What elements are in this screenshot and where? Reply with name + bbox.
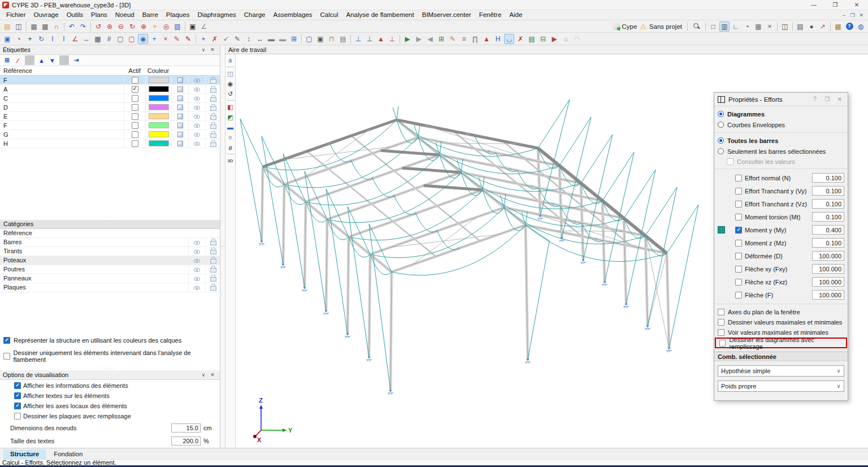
numeric-input[interactable]: 200.0 bbox=[171, 436, 201, 446]
protractor-icon[interactable]: ◔ bbox=[742, 21, 752, 32]
workspace-tool-icon[interactable] bbox=[227, 67, 235, 67]
mdi-restore-button[interactable]: ❒ bbox=[850, 12, 854, 18]
support-raise-icon[interactable]: ▲ bbox=[376, 34, 386, 44]
effort-scale-input[interactable]: 0.400 bbox=[812, 225, 844, 235]
active-checkbox[interactable] bbox=[132, 113, 138, 120]
rotate-3d-icon[interactable]: 3D bbox=[226, 156, 235, 165]
lock-icon[interactable] bbox=[210, 95, 216, 102]
label-tool-icon[interactable] bbox=[59, 55, 69, 65]
toolbar-icon[interactable] bbox=[400, 34, 400, 44]
diagram-mode-radio-row[interactable]: Courbes Enveloppes bbox=[718, 119, 844, 130]
rotate-structure-icon[interactable]: ↻ bbox=[36, 34, 46, 44]
effort-checkbox[interactable] bbox=[735, 188, 742, 194]
lock-icon[interactable] bbox=[210, 275, 216, 282]
visibility-eye-icon[interactable] bbox=[193, 239, 201, 245]
new-bar-icon[interactable]: ＋ bbox=[198, 34, 209, 44]
close-panel-icon[interactable]: ✕ bbox=[208, 372, 217, 378]
help-dialog-icon[interactable]: ? bbox=[810, 96, 819, 102]
color-swatch[interactable] bbox=[149, 122, 169, 128]
menu-item[interactable]: Noeud bbox=[111, 10, 138, 20]
menu-item[interactable]: Aide bbox=[505, 10, 526, 20]
workspace-tool-icon[interactable] bbox=[227, 154, 235, 154]
effort-checkbox[interactable] bbox=[735, 201, 742, 207]
active-checkbox[interactable] bbox=[132, 140, 138, 147]
mdi-close-button[interactable]: ✕ bbox=[859, 12, 863, 18]
orbit-sphere-icon[interactable]: ◔ bbox=[14, 34, 24, 44]
edit-node-icon[interactable]: ✎ bbox=[172, 34, 182, 44]
category-row[interactable]: Poteaux bbox=[0, 256, 220, 265]
section-ibeam-x-icon[interactable]: I bbox=[47, 34, 58, 44]
support-new-icon[interactable]: ⊥ bbox=[353, 34, 363, 44]
cube-3d-icon[interactable] bbox=[177, 105, 183, 110]
effort-checkbox[interactable] bbox=[735, 292, 742, 299]
frame-view-icon[interactable]: ⌂ bbox=[561, 34, 571, 44]
display-option-checkbox[interactable] bbox=[718, 309, 724, 315]
h-section-icon[interactable]: H bbox=[493, 34, 503, 44]
visibility-eye-icon[interactable] bbox=[193, 131, 201, 137]
active-checkbox[interactable] bbox=[132, 77, 138, 84]
close-button[interactable]: ✕ bbox=[853, 2, 860, 8]
view-orbit-icon[interactable]: ◉ bbox=[226, 79, 235, 88]
hide-elements-icon[interactable]: ø bbox=[226, 143, 235, 152]
lock-icon[interactable] bbox=[210, 104, 216, 111]
color-swatch[interactable] bbox=[149, 86, 169, 92]
close-panel-icon[interactable]: ✕ bbox=[208, 47, 217, 53]
view-option-checkbox[interactable] bbox=[14, 392, 21, 399]
visibility-eye-icon[interactable] bbox=[193, 95, 201, 101]
effort-scale-input[interactable]: 100.000 bbox=[812, 277, 844, 287]
bar-activate-icon[interactable]: ▶ bbox=[402, 34, 413, 44]
lock-icon[interactable] bbox=[210, 284, 216, 291]
arc-disabled-icon[interactable]: ◠ bbox=[572, 34, 582, 44]
menu-item[interactable]: Plaques bbox=[162, 10, 194, 20]
save-icon[interactable]: ◫ bbox=[14, 21, 24, 32]
plate-new-icon[interactable]: ▢ bbox=[304, 34, 314, 44]
check-bar-icon[interactable]: ✓ bbox=[221, 34, 231, 44]
color-swatch[interactable] bbox=[149, 95, 169, 101]
select-elements-icon[interactable]: ▩ bbox=[753, 21, 763, 32]
toolbar-icon[interactable] bbox=[90, 22, 91, 31]
delete-label-icon[interactable]: ∕ bbox=[13, 55, 23, 65]
add-beam-icon[interactable]: ⊞ bbox=[289, 34, 299, 44]
cube-3d-icon[interactable] bbox=[177, 87, 183, 92]
cube-3d-icon[interactable] bbox=[177, 123, 183, 128]
move-view-icon[interactable]: + bbox=[25, 34, 35, 44]
table-row[interactable]: D bbox=[0, 103, 220, 112]
effort-scale-input[interactable]: 100.000 bbox=[812, 264, 844, 274]
active-checkbox[interactable] bbox=[132, 131, 138, 138]
workspace-tool-icon[interactable] bbox=[227, 100, 235, 101]
lock-icon[interactable] bbox=[210, 266, 216, 273]
diagrams-icon[interactable]: ◡ bbox=[504, 34, 514, 44]
panel-resize-handle[interactable]: ···· bbox=[0, 366, 220, 370]
display-option-checkbox[interactable] bbox=[718, 329, 724, 336]
orbit-icon[interactable]: ↺ bbox=[226, 89, 235, 98]
export-report-icon[interactable]: ↗ bbox=[818, 21, 828, 32]
radio-button[interactable] bbox=[718, 122, 724, 128]
cype-status-icon[interactable] bbox=[613, 23, 620, 30]
visibility-eye-icon[interactable] bbox=[193, 140, 201, 146]
menu-item[interactable]: Analyse de flambement bbox=[342, 10, 418, 20]
tree-structure-icon[interactable]: ⊟ bbox=[538, 34, 548, 44]
bar-gray-icon[interactable]: ◀ bbox=[425, 34, 435, 44]
check-results-icon[interactable]: ✗ bbox=[515, 34, 526, 44]
display-option-checkbox[interactable] bbox=[719, 340, 726, 347]
effort-scale-input[interactable]: 100.000 bbox=[812, 251, 844, 261]
lock-icon[interactable] bbox=[210, 140, 216, 147]
table-row[interactable]: F bbox=[0, 76, 220, 85]
color-swatch[interactable] bbox=[149, 104, 169, 110]
visibility-eye-icon[interactable] bbox=[193, 275, 201, 282]
assign-section-icon[interactable]: ⇥ bbox=[71, 55, 81, 65]
effort-scale-input[interactable]: 0.100 bbox=[812, 212, 844, 222]
project-status-label[interactable]: Sans projet bbox=[649, 23, 682, 30]
lock-icon[interactable] bbox=[210, 113, 216, 120]
local-axes-icon[interactable]: ∠ bbox=[70, 34, 80, 44]
export-image-icon[interactable]: ▦ bbox=[29, 21, 39, 32]
undo-icon[interactable]: ↶ bbox=[67, 21, 77, 32]
table-row[interactable]: G bbox=[0, 130, 220, 139]
crane-icon[interactable]: ⊓ bbox=[327, 34, 337, 44]
coordinates-icon[interactable]: ∠ bbox=[199, 21, 209, 32]
minimize-button[interactable]: — bbox=[810, 2, 817, 8]
paint-brush-icon[interactable]: ✎ bbox=[448, 34, 458, 44]
toolbar-icon[interactable] bbox=[196, 34, 196, 44]
bar-deactivate-icon[interactable]: ▶ bbox=[414, 34, 424, 44]
collapse-panel-icon[interactable]: ∨ bbox=[199, 47, 208, 53]
